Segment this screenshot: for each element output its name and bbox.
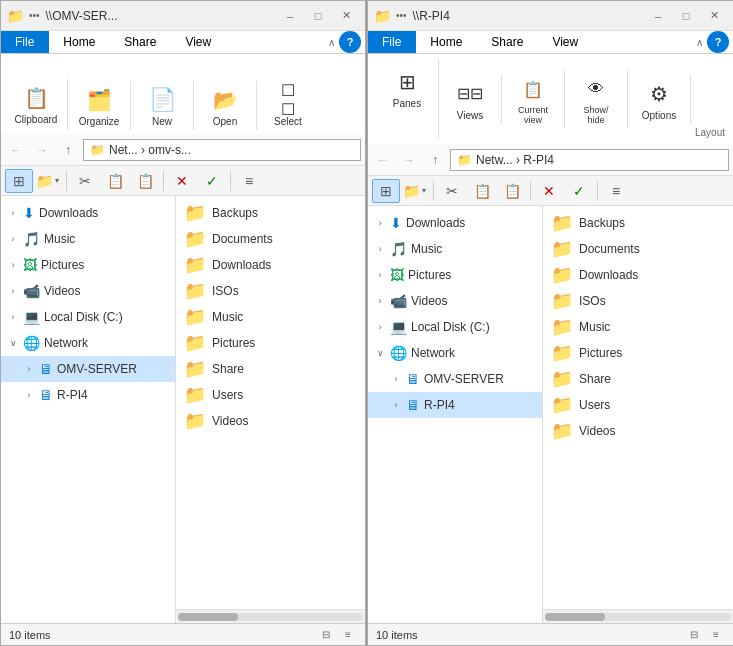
file-list-scroll-2[interactable]: 📁 Backups 📁 Documents 📁 Downloads � xyxy=(543,206,733,609)
nav-downloads-1[interactable]: › ⬇ Downloads xyxy=(1,200,175,226)
expand-network-1[interactable]: ∨ xyxy=(5,335,21,351)
expand-videos-1[interactable]: › xyxy=(5,283,21,299)
horiz-scrollbar-1[interactable] xyxy=(176,609,365,623)
close-button-2[interactable]: ✕ xyxy=(701,6,727,26)
close-button-1[interactable]: ✕ xyxy=(333,6,359,26)
paste-btn-2[interactable]: 📋 xyxy=(498,179,526,203)
collapse-ribbon-1[interactable]: ∧ xyxy=(324,31,339,53)
new-button-1[interactable]: 📄 New xyxy=(139,81,185,130)
file-downloads-2[interactable]: 📁 Downloads xyxy=(547,262,729,288)
help-button-2[interactable]: ? xyxy=(707,31,729,53)
file-backups-1[interactable]: 📁 Backups xyxy=(180,200,361,226)
delete-btn-2[interactable]: ✕ xyxy=(535,179,563,203)
file-videos-1[interactable]: 📁 Videos xyxy=(180,408,361,434)
horiz-scroll-thumb-1[interactable] xyxy=(178,613,238,621)
nav-rpi4-2[interactable]: › 🖥 R-PI4 xyxy=(368,392,542,418)
expand-network-2[interactable]: ∨ xyxy=(372,345,388,361)
help-button-1[interactable]: ? xyxy=(339,31,361,53)
expand-rpi4-1[interactable]: › xyxy=(21,387,37,403)
file-list-scroll-1[interactable]: 📁 Backups 📁 Documents 📁 Downloads � xyxy=(176,196,365,609)
tab-file-1[interactable]: File xyxy=(1,31,49,53)
tab-home-1[interactable]: Home xyxy=(49,31,110,53)
tab-share-2[interactable]: Share xyxy=(477,31,538,53)
tab-view-2[interactable]: View xyxy=(538,31,593,53)
nav-pictures-2[interactable]: › 🖼 Pictures xyxy=(368,262,542,288)
nav-omvserver-2[interactable]: › 🖥 OMV-SERVER xyxy=(368,366,542,392)
address-path-1[interactable]: 📁 Net... › omv-s... xyxy=(83,139,361,161)
back-button-2[interactable]: ← xyxy=(372,149,394,171)
expand-pictures-2[interactable]: › xyxy=(372,267,388,283)
clipboard-button-1[interactable]: 📋 Clipboard xyxy=(13,79,59,128)
file-backups-2[interactable]: 📁 Backups xyxy=(547,210,729,236)
forward-button-2[interactable]: → xyxy=(398,149,420,171)
large-icons-btn-2[interactable]: ⊞ xyxy=(372,179,400,203)
expand-videos-2[interactable]: › xyxy=(372,293,388,309)
paste-btn-1[interactable]: 📋 xyxy=(131,169,159,193)
nav-music-2[interactable]: › 🎵 Music xyxy=(368,236,542,262)
file-music-2[interactable]: 📁 Music xyxy=(547,314,729,340)
panes-button-2[interactable]: ⊞ Panes xyxy=(384,63,430,112)
tab-file-2[interactable]: File xyxy=(368,31,416,53)
details-view-btn-2[interactable]: ≡ xyxy=(707,627,725,643)
nav-network-2[interactable]: ∨ 🌐 Network xyxy=(368,340,542,366)
delete-btn-1[interactable]: ✕ xyxy=(168,169,196,193)
file-pictures-2[interactable]: 📁 Pictures xyxy=(547,340,729,366)
expand-localdisk-1[interactable]: › xyxy=(5,309,21,325)
rename-btn-2[interactable]: ✓ xyxy=(565,179,593,203)
expand-rpi4-2[interactable]: › xyxy=(388,397,404,413)
nav-network-1[interactable]: ∨ 🌐 Network xyxy=(1,330,175,356)
cut-btn-2[interactable]: ✂ xyxy=(438,179,466,203)
expand-music-1[interactable]: › xyxy=(5,231,21,247)
properties-btn-2[interactable]: ≡ xyxy=(602,179,630,203)
organize-button-1[interactable]: 🗂️ Organize xyxy=(76,81,122,130)
file-share-1[interactable]: 📁 Share xyxy=(180,356,361,382)
up-button-1[interactable]: ↑ xyxy=(57,139,79,161)
select-button-1[interactable]: ☐☐ Select xyxy=(265,81,311,130)
nav-videos-1[interactable]: › 📹 Videos xyxy=(1,278,175,304)
file-isos-1[interactable]: 📁 ISOs xyxy=(180,278,361,304)
nav-videos-2[interactable]: › 📹 Videos xyxy=(368,288,542,314)
open-button-1[interactable]: 📂 Open xyxy=(202,81,248,130)
nav-rpi4-1[interactable]: › 🖥 R-PI4 xyxy=(1,382,175,408)
list-view-btn-1[interactable]: ⊟ xyxy=(317,627,335,643)
minimize-button-1[interactable]: – xyxy=(277,6,303,26)
address-path-2[interactable]: 📁 Netw... › R-PI4 xyxy=(450,149,729,171)
currentview-button-2[interactable]: 📋 Currentview xyxy=(510,70,556,128)
folder-view-btn-2[interactable]: 📁 ▾ xyxy=(402,179,429,203)
expand-omvserver-1[interactable]: › xyxy=(21,361,37,377)
tab-view-1[interactable]: View xyxy=(171,31,226,53)
nav-music-1[interactable]: › 🎵 Music xyxy=(1,226,175,252)
file-downloads-1[interactable]: 📁 Downloads xyxy=(180,252,361,278)
back-button-1[interactable]: ← xyxy=(5,139,27,161)
cut-btn-1[interactable]: ✂ xyxy=(71,169,99,193)
file-isos-2[interactable]: 📁 ISOs xyxy=(547,288,729,314)
maximize-button-2[interactable]: □ xyxy=(673,6,699,26)
horiz-scroll-thumb-2[interactable] xyxy=(545,613,605,621)
up-button-2[interactable]: ↑ xyxy=(424,149,446,171)
nav-pictures-1[interactable]: › 🖼 Pictures xyxy=(1,252,175,278)
collapse-ribbon-2[interactable]: ∧ xyxy=(692,31,707,53)
details-view-btn-1[interactable]: ≡ xyxy=(339,627,357,643)
nav-localdisk-1[interactable]: › 💻 Local Disk (C:) xyxy=(1,304,175,330)
properties-btn-1[interactable]: ≡ xyxy=(235,169,263,193)
minimize-button-2[interactable]: – xyxy=(645,6,671,26)
horiz-scrollbar-2[interactable] xyxy=(543,609,733,623)
file-videos-2[interactable]: 📁 Videos xyxy=(547,418,729,444)
file-documents-1[interactable]: 📁 Documents xyxy=(180,226,361,252)
nav-localdisk-2[interactable]: › 💻 Local Disk (C:) xyxy=(368,314,542,340)
forward-button-1[interactable]: → xyxy=(31,139,53,161)
file-share-2[interactable]: 📁 Share xyxy=(547,366,729,392)
large-icons-btn-1[interactable]: ⊞ xyxy=(5,169,33,193)
tab-home-2[interactable]: Home xyxy=(416,31,477,53)
file-users-2[interactable]: 📁 Users xyxy=(547,392,729,418)
list-view-btn-2[interactable]: ⊟ xyxy=(685,627,703,643)
copy-path-btn-1[interactable]: 📋 xyxy=(101,169,129,193)
expand-music-2[interactable]: › xyxy=(372,241,388,257)
expand-localdisk-2[interactable]: › xyxy=(372,319,388,335)
file-pictures-1[interactable]: 📁 Pictures xyxy=(180,330,361,356)
showhide-button-2[interactable]: 👁 Show/hide xyxy=(573,70,619,128)
nav-downloads-2[interactable]: › ⬇ Downloads xyxy=(368,210,542,236)
file-music-1[interactable]: 📁 Music xyxy=(180,304,361,330)
file-documents-2[interactable]: 📁 Documents xyxy=(547,236,729,262)
maximize-button-1[interactable]: □ xyxy=(305,6,331,26)
